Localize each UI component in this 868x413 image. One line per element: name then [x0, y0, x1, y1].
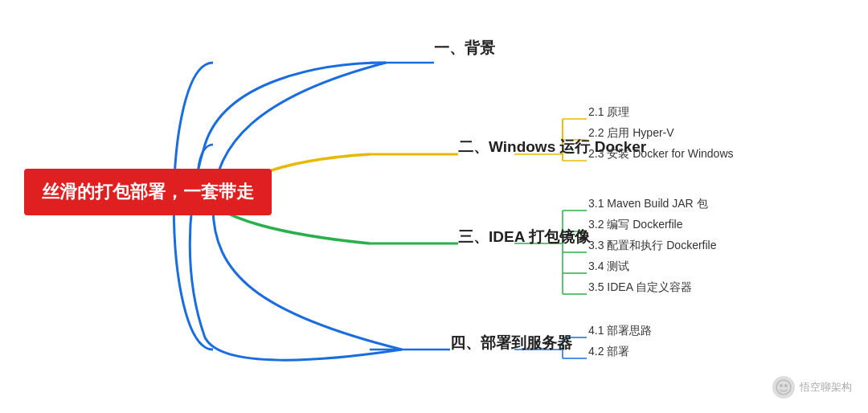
svg-point-17 — [780, 384, 783, 387]
sub-2-3: 2.3 安装 Docker for Windows — [588, 147, 734, 162]
mindmap-container: 丝滑的打包部署，一套带走 — [0, 0, 868, 413]
sub-3-4: 3.4 测试 — [588, 260, 629, 274]
topic-one: 一、背景 — [434, 38, 495, 59]
sub-3-5: 3.5 IDEA 自定义容器 — [588, 280, 692, 295]
watermark-icon — [772, 376, 795, 399]
svg-point-16 — [776, 380, 791, 395]
topic-three: 三、IDEA 打包镜像 — [458, 227, 590, 247]
sub-4-2: 4.2 部署 — [588, 345, 629, 359]
watermark-text: 悟空聊架构 — [800, 380, 852, 395]
sub-3-1: 3.1 Maven Build JAR 包 — [588, 197, 708, 211]
sub-3-3: 3.3 配置和执行 Dockerfile — [588, 239, 716, 253]
sub-2-2: 2.2 启用 Hyper-V — [588, 126, 674, 141]
svg-point-18 — [784, 384, 788, 387]
topic-four: 四、部署到服务器 — [450, 333, 572, 354]
watermark: 悟空聊架构 — [772, 376, 852, 399]
main-title: 丝滑的打包部署，一套带走 — [24, 169, 272, 215]
sub-4-1: 4.1 部署思路 — [588, 324, 652, 338]
sub-2-1: 2.1 原理 — [588, 105, 629, 120]
sub-3-2: 3.2 编写 Dockerfile — [588, 218, 682, 232]
